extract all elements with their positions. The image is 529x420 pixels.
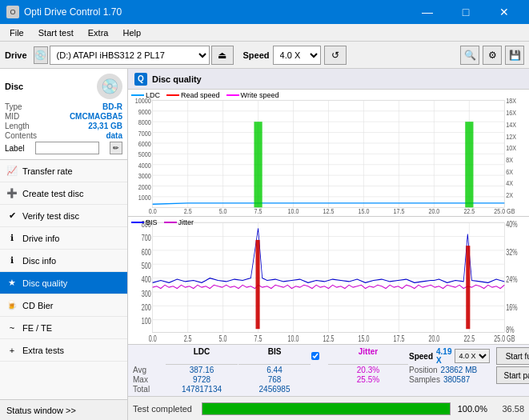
jitter-legend-label: Jitter bbox=[178, 218, 194, 226]
toolbar: Drive 💿 (D:) ATAPI iHBS312 2 PL17 ⏏ Spee… bbox=[0, 42, 529, 69]
svg-rect-52 bbox=[465, 122, 473, 207]
menu-file[interactable]: File bbox=[3, 26, 30, 39]
sidebar-item-cd-bier[interactable]: 🍺 CD Bier bbox=[0, 294, 127, 317]
disc-contents-row: Contents data bbox=[5, 131, 122, 140]
bis-header: BIS bbox=[238, 347, 311, 365]
sidebar-nav: 📈 Transfer rate ➕ Create test disc ✔ Ver… bbox=[0, 160, 127, 399]
sidebar-item-extra-tests[interactable]: + Extra tests bbox=[0, 339, 127, 362]
save-button[interactable]: 💾 bbox=[505, 46, 524, 65]
svg-text:200: 200 bbox=[142, 303, 151, 313]
svg-text:5.0: 5.0 bbox=[219, 334, 227, 344]
bis-legend: BIS bbox=[131, 218, 158, 226]
stats-grid: LDC BIS Jitter Speed 4.19 X 4.0 X bbox=[133, 347, 490, 394]
svg-text:5000: 5000 bbox=[138, 150, 151, 158]
svg-text:17.5: 17.5 bbox=[393, 334, 404, 344]
svg-text:400: 400 bbox=[142, 275, 151, 285]
jitter-checkbox[interactable] bbox=[311, 352, 319, 360]
nav-label-verify-test-disc: Verify test disc bbox=[22, 211, 79, 221]
sidebar-item-disc-info[interactable]: ℹ Disc info bbox=[0, 250, 127, 272]
jitter-header: Jitter bbox=[328, 347, 408, 365]
total-ldc: 147817134 bbox=[166, 385, 238, 394]
chart2-svg: 800 700 600 500 400 300 200 100 40% 32% … bbox=[128, 217, 529, 344]
stats-buttons-row: LDC BIS Jitter Speed 4.19 X 4.0 X bbox=[133, 347, 524, 394]
window-controls: — □ ✕ bbox=[409, 0, 523, 24]
length-label: Length bbox=[5, 122, 30, 130]
cd-bier-icon: 🍺 bbox=[6, 300, 18, 311]
scan-button[interactable]: 🔍 bbox=[460, 46, 479, 65]
disc-info-panel: Disc 💿 Type BD-R MID CMCMAGBA5 Length 23… bbox=[0, 69, 127, 160]
speed-select-stats[interactable]: 4.0 X bbox=[455, 349, 490, 363]
svg-text:2X: 2X bbox=[506, 190, 513, 199]
avg-bis: 6.44 bbox=[238, 366, 311, 374]
start-full-button[interactable]: Start full bbox=[496, 347, 529, 365]
svg-text:22.5: 22.5 bbox=[463, 334, 475, 344]
svg-text:4X: 4X bbox=[506, 179, 513, 188]
chart1-container: LDC Read speed Write speed bbox=[128, 90, 529, 217]
drive-info-icon: ℹ bbox=[6, 233, 18, 244]
start-part-button[interactable]: Start part bbox=[496, 366, 529, 384]
svg-text:600: 600 bbox=[142, 247, 151, 257]
samples-label: Samples bbox=[409, 375, 440, 384]
position-row: Position 23862 MB bbox=[409, 366, 490, 374]
svg-text:10.0: 10.0 bbox=[288, 334, 299, 344]
drive-select[interactable]: (D:) ATAPI iHBS312 2 PL17 bbox=[50, 46, 210, 65]
sidebar: Disc 💿 Type BD-R MID CMCMAGBA5 Length 23… bbox=[0, 69, 128, 420]
total-jitter bbox=[328, 385, 408, 394]
sidebar-item-verify-test-disc[interactable]: ✔ Verify test disc bbox=[0, 205, 127, 227]
status-window-label: Status window >> bbox=[6, 406, 76, 415]
svg-text:6000: 6000 bbox=[138, 139, 151, 148]
disc-length-row: Length 23,31 GB bbox=[5, 122, 122, 130]
fe-te-icon: ~ bbox=[6, 322, 18, 334]
chart2-legend: BIS Jitter bbox=[131, 218, 194, 226]
maximize-button[interactable]: □ bbox=[447, 0, 484, 24]
svg-text:7000: 7000 bbox=[138, 129, 151, 138]
svg-text:8X: 8X bbox=[506, 155, 513, 164]
minimize-button[interactable]: — bbox=[409, 0, 446, 24]
nav-label-extra-tests: Extra tests bbox=[22, 346, 64, 355]
title-bar-left: O Opti Drive Control 1.70 bbox=[6, 6, 122, 18]
jitter-legend: Jitter bbox=[164, 218, 194, 226]
ldc-legend-label: LDC bbox=[146, 91, 160, 99]
disc-header-label: Disc bbox=[5, 82, 23, 91]
menu-help[interactable]: Help bbox=[116, 26, 147, 39]
close-button[interactable]: ✕ bbox=[486, 0, 523, 24]
nav-label-disc-quality: Disc quality bbox=[22, 278, 67, 288]
total-empty bbox=[311, 385, 327, 394]
disc-type-row: Type BD-R bbox=[5, 102, 122, 111]
label-edit-button[interactable]: ✏ bbox=[110, 142, 122, 154]
app-title: Opti Drive Control 1.70 bbox=[24, 6, 122, 18]
total-bis: 2456985 bbox=[238, 385, 311, 394]
menu-extra[interactable]: Extra bbox=[82, 26, 115, 39]
nav-label-create-test-disc: Create test disc bbox=[22, 189, 83, 198]
writespeed-legend: Write speed bbox=[226, 91, 279, 99]
samples-row: Samples 380587 bbox=[409, 375, 490, 384]
svg-text:8000: 8000 bbox=[138, 118, 151, 126]
menu-start-test[interactable]: Start test bbox=[32, 26, 80, 39]
ldc-legend-line bbox=[131, 94, 144, 96]
label-label: Label bbox=[5, 144, 24, 153]
sidebar-item-fe-te[interactable]: ~ FE / TE bbox=[0, 317, 127, 339]
sidebar-item-disc-quality[interactable]: ★ Disc quality bbox=[0, 272, 127, 294]
refresh-button[interactable]: ↺ bbox=[324, 46, 347, 65]
progress-bar-container bbox=[202, 402, 451, 415]
disc-label-row: Label ✏ bbox=[5, 142, 122, 154]
title-bar: O Opti Drive Control 1.70 — □ ✕ bbox=[0, 0, 529, 24]
sidebar-item-drive-info[interactable]: ℹ Drive info bbox=[0, 227, 127, 250]
ldc-legend: LDC bbox=[131, 91, 160, 99]
svg-text:0.0: 0.0 bbox=[149, 334, 157, 344]
label-input[interactable] bbox=[35, 142, 99, 154]
svg-text:22.5: 22.5 bbox=[463, 206, 475, 215]
eject-button[interactable]: ⏏ bbox=[211, 46, 234, 65]
settings-button[interactable]: ⚙ bbox=[483, 46, 502, 65]
status-text: Test completed bbox=[133, 404, 197, 414]
main-panel: Q Disc quality LDC Read speed bbox=[128, 69, 529, 420]
sidebar-item-transfer-rate[interactable]: 📈 Transfer rate bbox=[0, 160, 127, 182]
total-extra bbox=[409, 385, 490, 394]
speed-select[interactable]: 4.0 X bbox=[273, 46, 321, 65]
max-empty bbox=[311, 375, 327, 384]
max-bis: 768 bbox=[238, 375, 311, 384]
sidebar-item-create-test-disc[interactable]: ➕ Create test disc bbox=[0, 182, 127, 205]
status-window-button[interactable]: Status window >> bbox=[0, 399, 127, 420]
bis-legend-line bbox=[131, 222, 144, 223]
svg-text:12.5: 12.5 bbox=[323, 206, 335, 215]
